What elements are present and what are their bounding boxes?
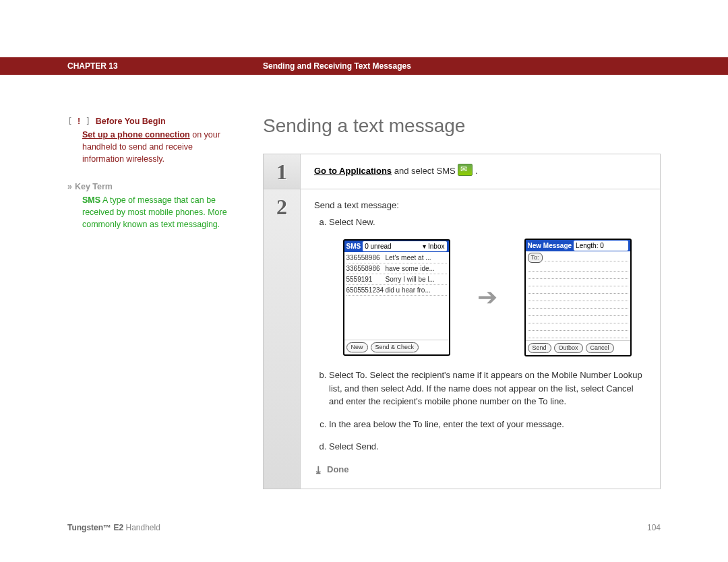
- step2-intro: Send a text message:: [314, 199, 646, 212]
- main-content: Sending a text message 1 Go to Applicati…: [263, 115, 661, 489]
- unread-count: 0 unread: [365, 241, 391, 251]
- setup-phone-link[interactable]: Set up a phone connection: [82, 130, 190, 139]
- message-line[interactable]: [528, 286, 628, 294]
- go-to-applications-link[interactable]: Go to Applications: [314, 166, 392, 176]
- chapter-title: Sending and Receiving Text Messages: [263, 61, 411, 71]
- cancel-button[interactable]: Cancel: [586, 343, 614, 354]
- step2-b: Select To. Select the recipient's name i…: [329, 369, 646, 408]
- palm-inbox-screenshot: SMS 0 unread ▾ Inbox 336558986Let's meet…: [343, 239, 450, 356]
- message-line[interactable]: [528, 316, 628, 323]
- key-term-heading: » Key Term: [67, 181, 236, 193]
- step-number: 1: [264, 154, 301, 189]
- list-item: 336558986Let's meet at ...: [346, 253, 447, 263]
- to-field[interactable]: [545, 254, 628, 261]
- sms-app-icon: [458, 164, 473, 176]
- arrow-right-icon: ➔: [477, 279, 497, 315]
- chapter-header: CHAPTER 13 Sending and Receiving Text Me…: [0, 57, 728, 75]
- list-item: 6505551234did u hear fro...: [346, 285, 447, 296]
- product-name: Tungsten™ E2: [67, 523, 123, 532]
- folder-dropdown[interactable]: ▾ Inbox: [423, 241, 444, 251]
- palm-app-title: New Message: [528, 241, 572, 251]
- message-line[interactable]: [528, 331, 628, 338]
- send-check-button[interactable]: Send & Check: [371, 342, 419, 353]
- page-footer: Tungsten™ E2 Handheld 104: [0, 489, 728, 546]
- outbox-button[interactable]: Outbox: [554, 343, 583, 354]
- page-number: 104: [647, 523, 661, 532]
- message-line[interactable]: [528, 301, 628, 309]
- done-arrow-icon: ⤓: [314, 464, 323, 476]
- step2-a: Select New.: [329, 216, 646, 229]
- steps-box: 1 Go to Applications and select SMS . 2 …: [263, 154, 661, 489]
- step-number: 2: [264, 189, 301, 489]
- message-line[interactable]: [528, 323, 628, 331]
- before-you-begin-heading: [ ! ] Before You Begin: [67, 115, 236, 127]
- message-line[interactable]: [528, 309, 628, 316]
- done-indicator: ⤓Done: [314, 463, 646, 478]
- message-line[interactable]: [528, 264, 628, 272]
- send-button[interactable]: Send: [528, 343, 551, 354]
- step2-d: Select Send.: [329, 440, 646, 454]
- step-2: 2 Send a text message: Select New. SMS 0…: [264, 189, 660, 489]
- key-term-body: SMS A type of message that can be receiv…: [82, 194, 236, 230]
- palm-app-title: SMS: [346, 241, 361, 251]
- step-1: 1 Go to Applications and select SMS .: [264, 154, 660, 189]
- chapter-label: CHAPTER 13: [67, 61, 263, 71]
- before-you-begin-body: Set up a phone connection on your handhe…: [82, 129, 236, 165]
- length-indicator: Length: 0: [576, 241, 604, 251]
- message-line[interactable]: [528, 294, 628, 301]
- new-button[interactable]: New: [346, 342, 368, 353]
- sidebar: [ ! ] Before You Begin Set up a phone co…: [67, 115, 263, 489]
- message-line[interactable]: [528, 272, 628, 279]
- message-line[interactable]: [528, 279, 628, 286]
- step2-c: In the area below the To line, enter the…: [329, 418, 646, 431]
- to-button[interactable]: To:: [528, 253, 543, 263]
- screenshots-row: SMS 0 unread ▾ Inbox 336558986Let's meet…: [328, 239, 646, 357]
- list-item: 5559191Sorry I will be l...: [346, 274, 447, 285]
- page-title: Sending a text message: [263, 115, 661, 137]
- list-item: 336558986have some ide...: [346, 263, 447, 274]
- palm-newmsg-screenshot: New Message Length: 0 To:: [524, 239, 632, 357]
- inbox-list: 336558986Let's meet at ... 336558986have…: [344, 252, 449, 340]
